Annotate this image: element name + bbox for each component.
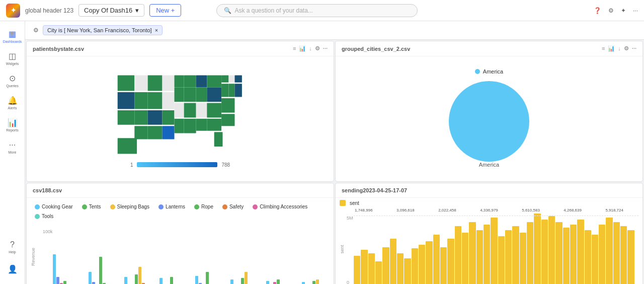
rope-color: [194, 204, 199, 209]
bar: [241, 278, 244, 284]
svg-rect-8: [221, 76, 228, 83]
sidebar-item-user[interactable]: 👤: [3, 259, 23, 279]
search-bar[interactable]: 🔍 Ask a question of your data...: [216, 4, 418, 17]
sent-bar: [491, 218, 497, 284]
help-icon[interactable]: ❓: [594, 7, 601, 14]
bar-group-3: [117, 267, 152, 284]
download2-icon[interactable]: ↓: [618, 45, 621, 52]
star-icon[interactable]: ✦: [621, 7, 626, 14]
svg-rect-9: [228, 76, 234, 83]
map-container: 1 788: [27, 56, 334, 181]
filter3-icon[interactable]: ⚙: [624, 45, 629, 52]
ellipsis2-icon[interactable]: ···: [632, 45, 636, 52]
topbar-right: ❓ ⚙ ✦ ···: [594, 7, 638, 14]
svg-rect-2: [147, 76, 162, 91]
bar: [89, 272, 92, 284]
sent-bar: [361, 250, 367, 284]
panel-sending: sending2023-04-25-17-07 sent 1,748,996 3…: [335, 183, 643, 284]
panel-bar: csv188.csv Cooking Gear Tents: [26, 183, 334, 284]
bar-group-4: [152, 277, 188, 284]
sent-bar: [498, 236, 505, 284]
legend-climbing: Climbing Accessories: [253, 204, 307, 209]
app-logo[interactable]: ✦: [6, 4, 20, 18]
bar: [266, 281, 269, 284]
val2: 3,096,618: [396, 208, 415, 212]
legend-sleeping-bags: Sleeping Bags: [110, 204, 150, 209]
panel-map: patientsbystate.csv ≡ 📊 ↓ ⚙ ···: [26, 41, 334, 182]
sidebar-item-alerts[interactable]: 🔔 Alerts: [3, 93, 23, 113]
sent-bar: [592, 235, 598, 284]
y-tick-0: 0: [347, 280, 349, 284]
bar: [273, 282, 276, 284]
chart-icon[interactable]: 📊: [299, 45, 306, 52]
bar: [277, 279, 280, 284]
legend-cooking-gear: Cooking Gear: [35, 204, 73, 209]
svg-rect-26: [174, 103, 184, 118]
svg-rect-29: [207, 103, 221, 118]
bar-group-7: [259, 279, 294, 284]
y-axis-sent-label: sent: [340, 245, 345, 253]
list2-icon[interactable]: ≡: [602, 45, 605, 52]
sidebar-item-queries[interactable]: ⊙ Queries: [3, 70, 23, 91]
more-icon[interactable]: ···: [633, 7, 638, 14]
sidebar-item-help[interactable]: ? Help: [3, 237, 23, 257]
tools-color: [35, 214, 40, 219]
val6: 4,268,639: [564, 208, 582, 212]
svg-rect-14: [162, 92, 174, 109]
alert-icon: 🔔: [8, 96, 18, 105]
svg-rect-31: [134, 126, 147, 139]
dashboard-selector[interactable]: Copy Of Dash16 ▾: [78, 4, 144, 17]
main-content: ⚙ City is [ New York, San Francisco, Tor…: [25, 21, 644, 284]
tents-label: Tents: [89, 204, 101, 209]
sent-bar: [375, 261, 382, 284]
list-icon[interactable]: ≡: [293, 45, 296, 52]
svg-rect-25: [162, 110, 174, 125]
sidebar-item-more[interactable]: ··· More: [3, 137, 23, 157]
sidebar: ▦ Dashboards ◫ Widgets ⊙ Queries 🔔 Alert…: [0, 21, 25, 284]
all-bars: [354, 214, 634, 284]
cooking-gear-color: [35, 204, 40, 209]
sidebar-item-dashboards[interactable]: ▦ Dashboards: [3, 26, 23, 46]
svg-rect-37: [207, 119, 221, 131]
bar-group-2: [82, 257, 117, 284]
sent-bar: [548, 216, 555, 284]
climbing-color: [253, 204, 258, 209]
bar: [206, 272, 209, 284]
svg-rect-6: [196, 76, 207, 88]
pie-container: America America: [336, 56, 642, 181]
bar: [170, 277, 173, 284]
svg-rect-27: [184, 103, 196, 118]
more-horiz-icon: ···: [9, 140, 16, 150]
sending-container: sent 1,748,996 3,096,618 2,022,458 4,336…: [336, 198, 642, 284]
svg-rect-36: [196, 119, 207, 131]
filter-bar: ⚙ City is [ New York, San Francisco, Tor…: [25, 21, 644, 40]
svg-rect-4: [174, 76, 184, 88]
filter-tag[interactable]: City is [ New York, San Francisco, Toron…: [43, 25, 163, 35]
sidebar-item-reports[interactable]: 📊 Reports: [3, 115, 23, 135]
sent-bar: [520, 233, 526, 284]
filter2-icon[interactable]: ⚙: [315, 45, 320, 52]
sent-bar: [455, 226, 461, 284]
sent-legend-label: sent: [350, 200, 359, 206]
panel-pie-header: grouped_cities_csv_2.csv ≡ 📊 ↓ ⚙ ···: [336, 41, 642, 56]
filter-close-icon[interactable]: ×: [155, 27, 158, 33]
panel-map-actions: ≡ 📊 ↓ ⚙ ···: [293, 45, 328, 52]
widget-icon: ◫: [9, 51, 16, 61]
ellipsis-icon[interactable]: ···: [323, 45, 328, 52]
sent-bar: [412, 248, 418, 285]
grid-icon: ▦: [9, 29, 16, 39]
chart2-icon[interactable]: 📊: [608, 45, 615, 52]
settings-icon[interactable]: ⚙: [608, 7, 614, 14]
svg-rect-28: [196, 103, 207, 118]
new-button[interactable]: New +: [149, 4, 181, 17]
bar: [92, 282, 95, 284]
sidebar-label-reports: Reports: [6, 128, 19, 132]
sent-bar: [462, 233, 468, 284]
sent-bar: [397, 253, 404, 284]
sent-bar: [627, 230, 634, 284]
sent-bar: [620, 226, 627, 284]
download-icon[interactable]: ↓: [309, 45, 312, 52]
svg-rect-3: [162, 76, 174, 91]
sidebar-item-widgets[interactable]: ◫ Widgets: [3, 48, 23, 68]
bar: [312, 281, 315, 284]
